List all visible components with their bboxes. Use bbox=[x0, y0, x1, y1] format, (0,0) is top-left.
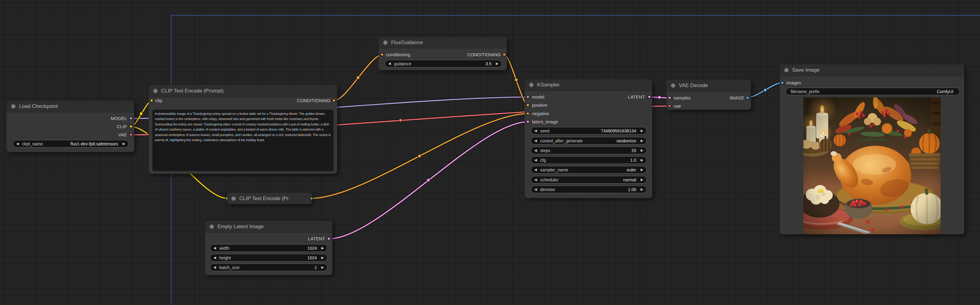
guidance-widget[interactable]: ◀ guidance 3.5 ▶ bbox=[385, 60, 502, 67]
height-widget[interactable]: ◀ height 1024 ▶ bbox=[210, 254, 328, 261]
node-titlebar[interactable]: VAE Decode bbox=[667, 79, 751, 92]
node-save-image[interactable]: Save Image images filename_prefix ComfyU… bbox=[780, 65, 964, 234]
node-titlebar[interactable]: FluxGuidance bbox=[379, 37, 507, 48]
input-slot-vae: vae bbox=[674, 103, 681, 109]
node-title: Empty Latent Image bbox=[218, 224, 264, 230]
input-dot-latent-image[interactable] bbox=[526, 120, 530, 123]
decrement-arrow-icon[interactable]: ◀ bbox=[531, 149, 540, 152]
node-status-dot-icon bbox=[784, 68, 789, 72]
node-titlebar[interactable]: Load Checkpoint bbox=[7, 101, 134, 112]
output-dot-latent[interactable] bbox=[648, 95, 651, 98]
node-status-dot-icon bbox=[11, 104, 16, 109]
collapsed-input-dot[interactable] bbox=[225, 197, 228, 200]
input-dot-clip[interactable] bbox=[150, 99, 153, 102]
decrement-arrow-icon[interactable]: ◀ bbox=[13, 142, 22, 146]
node-empty-latent-image[interactable]: Empty Latent Image LATENT ◀ width 1024 ▶… bbox=[205, 221, 332, 275]
increment-arrow-icon[interactable]: ▶ bbox=[637, 187, 646, 191]
seed-widget[interactable]: ◀ seed 734809581638134 ▶ bbox=[531, 127, 647, 134]
widget-label: filename_prefix bbox=[791, 89, 935, 94]
increment-arrow-icon[interactable]: ▶ bbox=[119, 142, 129, 146]
decrement-arrow-icon[interactable]: ◀ bbox=[531, 168, 540, 172]
widget-value: 734809581638134 bbox=[598, 128, 637, 133]
decrement-arrow-icon[interactable]: ◀ bbox=[385, 62, 394, 66]
widget-label: denoise bbox=[540, 187, 625, 192]
denoise-widget[interactable]: ◀ denoise 1.00 ▶ bbox=[531, 186, 647, 193]
decrement-arrow-icon[interactable]: ◀ bbox=[531, 158, 540, 162]
input-dot-conditioning[interactable] bbox=[380, 53, 384, 56]
output-dot-conditioning[interactable] bbox=[332, 99, 336, 102]
input-dot-samples[interactable] bbox=[668, 96, 671, 100]
input-slot-latent-image: latent_image bbox=[532, 119, 558, 125]
node-flux-guidance[interactable]: FluxGuidance conditioning CONDITIONING ◀… bbox=[379, 37, 507, 70]
decrement-arrow-icon[interactable]: ◀ bbox=[531, 129, 540, 133]
output-dot-latent[interactable] bbox=[327, 237, 331, 240]
input-dot-model[interactable] bbox=[526, 95, 530, 98]
widget-value: ComfyUI bbox=[935, 89, 955, 94]
steps-widget[interactable]: ◀ steps 20 ▶ bbox=[531, 147, 647, 154]
node-ksampler[interactable]: KSampler model positive negative latent_… bbox=[525, 79, 652, 198]
widget-value: normal bbox=[621, 177, 637, 182]
output-slot-image: IMAGE bbox=[671, 95, 744, 101]
node-vae-decode[interactable]: VAE Decode samples vae IMAGE bbox=[667, 79, 751, 110]
output-slot-model: MODEL bbox=[11, 115, 127, 122]
decrement-arrow-icon[interactable]: ◀ bbox=[531, 178, 540, 182]
node-status-dot-icon bbox=[529, 83, 533, 87]
increment-arrow-icon[interactable]: ▶ bbox=[637, 129, 646, 133]
output-dot-image[interactable] bbox=[746, 96, 749, 100]
node-clip-text-encode-prompt[interactable]: CLIP Text Encode (Prompt) clip CONDITION… bbox=[149, 85, 337, 174]
control-after-generate-widget[interactable]: ◀ control_after_generate randomize ▶ bbox=[531, 137, 647, 144]
input-slot-negative: negative bbox=[532, 110, 549, 117]
node-title: Save Image bbox=[792, 67, 820, 73]
increment-arrow-icon[interactable]: ▶ bbox=[637, 149, 646, 152]
decrement-arrow-icon[interactable]: ◀ bbox=[210, 256, 220, 260]
generated-image-preview bbox=[803, 97, 940, 234]
node-titlebar[interactable]: CLIP Text Encode (Prompt) bbox=[149, 85, 337, 97]
widget-value: 1024 bbox=[305, 246, 318, 251]
output-slot-vae: VAE bbox=[11, 131, 127, 138]
increment-arrow-icon[interactable]: ▶ bbox=[637, 158, 646, 162]
decrement-arrow-icon[interactable]: ◀ bbox=[531, 187, 540, 191]
output-dot-model[interactable] bbox=[129, 117, 133, 120]
sampler-name-widget[interactable]: ◀ sampler_name euler ▶ bbox=[531, 166, 647, 174]
output-slot-latent: LATENT bbox=[210, 235, 325, 242]
increment-arrow-icon[interactable]: ▶ bbox=[318, 256, 327, 260]
prompt-textarea[interactable]: A photorealistic image of a Thanksgiving… bbox=[153, 110, 334, 171]
decrement-arrow-icon[interactable]: ◀ bbox=[210, 265, 220, 269]
decrement-arrow-icon[interactable]: ◀ bbox=[531, 139, 540, 143]
increment-arrow-icon[interactable]: ▶ bbox=[637, 168, 646, 172]
width-widget[interactable]: ◀ width 1024 ▶ bbox=[210, 244, 328, 252]
widget-value: randomize bbox=[614, 138, 637, 143]
node-status-dot-icon bbox=[210, 224, 214, 229]
collapsed-output-dot[interactable] bbox=[310, 197, 313, 200]
output-dot-vae[interactable] bbox=[129, 133, 133, 136]
widget-label: seed bbox=[540, 128, 598, 133]
increment-arrow-icon[interactable]: ▶ bbox=[318, 265, 327, 269]
node-clip-text-encode-collapsed[interactable]: CLIP Text Encode (Pr bbox=[227, 193, 312, 204]
input-slot-images: images bbox=[786, 79, 801, 86]
node-titlebar[interactable]: Save Image bbox=[780, 65, 964, 76]
widget-label: ckpt_name bbox=[22, 141, 68, 146]
node-title: CLIP Text Encode (Prompt) bbox=[161, 88, 224, 94]
output-dot-clip[interactable] bbox=[129, 125, 133, 128]
node-titlebar[interactable]: Empty Latent Image bbox=[205, 221, 332, 233]
scheduler-widget[interactable]: ◀ scheduler normal ▶ bbox=[531, 176, 647, 183]
input-dot-images[interactable] bbox=[781, 81, 784, 84]
increment-arrow-icon[interactable]: ▶ bbox=[637, 178, 646, 182]
node-load-checkpoint[interactable]: Load Checkpoint MODEL CLIP VAE ◀ ckpt_na… bbox=[7, 101, 134, 152]
increment-arrow-icon[interactable]: ▶ bbox=[493, 62, 502, 66]
output-dot-conditioning[interactable] bbox=[503, 53, 506, 56]
increment-arrow-icon[interactable]: ▶ bbox=[318, 246, 327, 250]
filename-prefix-widget[interactable]: filename_prefix ComfyUI bbox=[786, 88, 960, 95]
node-titlebar[interactable]: KSampler bbox=[525, 79, 652, 91]
batch-size-widget[interactable]: ◀ batch_size 1 ▶ bbox=[210, 264, 328, 271]
cfg-widget[interactable]: ◀ cfg 1.0 ▶ bbox=[531, 156, 647, 164]
widget-value: 1.0 bbox=[628, 158, 637, 163]
input-dot-negative[interactable] bbox=[526, 112, 530, 115]
increment-arrow-icon[interactable]: ▶ bbox=[637, 139, 646, 143]
input-dot-vae[interactable] bbox=[668, 104, 671, 107]
input-dot-positive[interactable] bbox=[526, 103, 530, 107]
node-status-dot-icon bbox=[231, 196, 236, 201]
ckpt-name-widget[interactable]: ◀ ckpt_name flux1-dev-fp8.safetensors ▶ bbox=[13, 140, 129, 147]
decrement-arrow-icon[interactable]: ◀ bbox=[210, 246, 220, 250]
node-graph-canvas[interactable]: Load Checkpoint MODEL CLIP VAE ◀ ckpt_na… bbox=[0, 0, 980, 305]
